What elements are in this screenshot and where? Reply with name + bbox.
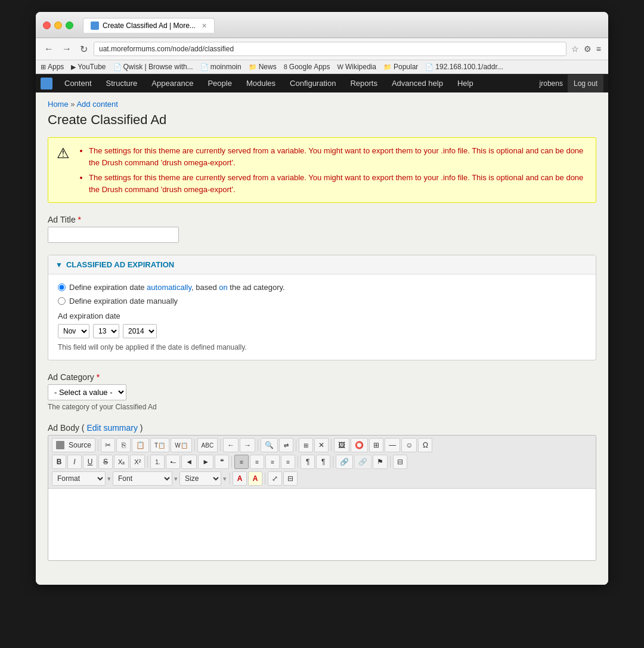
day-select[interactable]: 13 <box>93 324 119 338</box>
spell-check-button[interactable]: ABC <box>197 438 218 452</box>
ad-category-group: Ad Category * - Select a value - The cat… <box>48 372 596 411</box>
separator-4 <box>258 439 258 451</box>
text-dir-ltr-button[interactable]: ¶ <box>301 455 315 469</box>
underline-button[interactable]: U <box>83 455 97 469</box>
bookmark-moinmoin[interactable]: 📄 moinmoin <box>200 63 242 71</box>
indent-more-button[interactable]: ► <box>198 455 213 469</box>
nav-advanced-help[interactable]: Advanced help <box>385 74 450 92</box>
nav-configuration[interactable]: Configuration <box>283 74 343 92</box>
separator-7 <box>147 456 148 468</box>
year-select[interactable]: 2014 <box>123 324 157 338</box>
nav-modules[interactable]: Modules <box>239 74 283 92</box>
nav-content[interactable]: Content <box>57 74 99 92</box>
nav-help[interactable]: Help <box>450 74 481 92</box>
bookmark-wikipedia[interactable]: W Wikipedia <box>338 63 376 71</box>
align-justify-button[interactable]: ≡ <box>281 455 295 469</box>
text-dir-rtl-button[interactable]: ¶ <box>316 455 330 469</box>
nav-structure[interactable]: Structure <box>99 74 145 92</box>
nav-reports[interactable]: Reports <box>343 74 385 92</box>
font-color-button[interactable]: A <box>233 471 247 486</box>
separator-9 <box>298 456 298 468</box>
bookmark-wikipedia-label: Wikipedia <box>345 63 376 71</box>
menu-icon[interactable]: ≡ <box>595 43 602 55</box>
expiration-header[interactable]: ▼ CLASSIFIED AD EXPIRATION <box>48 255 596 274</box>
editor-body[interactable] <box>48 489 596 560</box>
size-select[interactable]: Size <box>179 471 221 486</box>
ad-category-required: * <box>97 372 100 382</box>
close-button[interactable] <box>43 21 51 29</box>
minimize-button[interactable] <box>54 21 62 29</box>
undo-button[interactable]: ← <box>223 438 239 452</box>
category-select[interactable]: - Select a value - <box>48 384 126 400</box>
ad-title-input[interactable] <box>48 227 179 243</box>
tab-close-button[interactable]: ✕ <box>202 22 207 30</box>
bookmark-youtube[interactable]: ▶ YouTube <box>71 63 106 71</box>
insert-hr-button[interactable]: ― <box>385 438 400 452</box>
news-icon: 📁 <box>249 63 257 71</box>
insert-smiley-button[interactable]: ☺ <box>401 438 417 452</box>
align-right-button[interactable]: ≡ <box>265 455 280 469</box>
expiration-manual-radio[interactable] <box>58 297 66 305</box>
copy-button[interactable]: ⎘ <box>116 438 131 452</box>
remove-format-button[interactable]: ✕ <box>314 438 329 452</box>
insert-image-button[interactable]: 🖼 <box>334 438 349 452</box>
forward-button[interactable]: → <box>60 42 74 55</box>
strikethrough-button[interactable]: S <box>98 455 113 469</box>
insert-flash-button[interactable]: ⭕ <box>351 438 368 452</box>
find-button[interactable]: 🔍 <box>261 438 278 452</box>
refresh-button[interactable]: ↻ <box>78 42 90 56</box>
redo-button[interactable]: → <box>240 438 255 452</box>
month-select[interactable]: JanFebMarApr MayJunJulAug SepOctNovDec <box>58 324 89 338</box>
show-blocks-button[interactable]: ⊟ <box>283 471 298 486</box>
maximize-button[interactable] <box>66 21 73 29</box>
indent-less-button[interactable]: ◄ <box>181 455 197 469</box>
breadcrumb-add-content-link[interactable]: Add content <box>76 100 117 109</box>
italic-button[interactable]: I <box>67 455 82 469</box>
unlink-button[interactable]: 🔗 <box>354 455 371 469</box>
bookmark-star-icon[interactable]: ☆ <box>570 43 580 55</box>
nav-logout-button[interactable]: Log out <box>568 75 603 92</box>
ordered-list-button[interactable]: 1. <box>150 455 165 469</box>
show-borders-button[interactable]: ⊟ <box>393 455 407 469</box>
back-button[interactable]: ← <box>42 42 56 55</box>
subscript-button[interactable]: X₂ <box>114 455 129 469</box>
ad-category-label: Ad Category * <box>48 372 596 382</box>
source-button[interactable]: Source <box>52 438 95 452</box>
link-button[interactable]: 🔗 <box>336 455 353 469</box>
nav-appearance[interactable]: Appearance <box>144 74 200 92</box>
insert-special-char-button[interactable]: Ω <box>418 438 432 452</box>
blockquote-button[interactable]: ❝ <box>215 455 229 469</box>
maximize-button[interactable]: ⤢ <box>268 471 282 486</box>
bookmark-apps[interactable]: ⊞ Apps <box>41 63 64 71</box>
browser-tab[interactable]: Create Classified Ad | More... ✕ <box>83 18 215 33</box>
insert-table-button[interactable]: ⊞ <box>369 438 383 452</box>
font-bg-color-button[interactable]: A <box>248 471 262 486</box>
anchor-button[interactable]: ⚑ <box>373 455 388 469</box>
cut-button[interactable]: ✂ <box>101 438 115 452</box>
popular-icon: 📁 <box>383 63 392 71</box>
replace-button[interactable]: ⇄ <box>279 438 293 452</box>
select-all-button[interactable]: ⊞ <box>299 438 313 452</box>
edit-summary-link[interactable]: Edit summary <box>86 423 138 433</box>
address-bar[interactable] <box>94 42 566 56</box>
align-center-button[interactable]: ≡ <box>250 455 264 469</box>
paste-word-button[interactable]: W📋 <box>171 438 191 452</box>
bookmark-moinmoin-label: moinmoin <box>210 63 242 71</box>
paste-plain-button[interactable]: T📋 <box>150 438 169 452</box>
nav-people[interactable]: People <box>200 74 239 92</box>
align-left-button[interactable]: ≡ <box>234 455 249 469</box>
format-select[interactable]: Format <box>52 471 106 486</box>
bookmark-qwisk[interactable]: 📄 Qwisk | Browse with... <box>113 63 193 71</box>
superscript-button[interactable]: X² <box>130 455 145 469</box>
unordered-list-button[interactable]: •– <box>166 455 180 469</box>
bookmark-ip[interactable]: 📄 192.168.100.1/addr... <box>425 63 503 71</box>
paste-button[interactable]: 📋 <box>132 438 149 452</box>
bold-button[interactable]: B <box>52 455 66 469</box>
bookmark-news[interactable]: 📁 News <box>249 63 277 71</box>
bookmark-popular[interactable]: 📁 Popular <box>383 63 418 71</box>
font-select[interactable]: Font <box>113 471 172 486</box>
tools-icon[interactable]: ⚙ <box>583 43 593 55</box>
expiration-auto-radio[interactable] <box>58 283 66 291</box>
breadcrumb-home-link[interactable]: Home <box>48 100 69 109</box>
bookmark-google-apps[interactable]: 8 Google Apps <box>284 63 330 71</box>
